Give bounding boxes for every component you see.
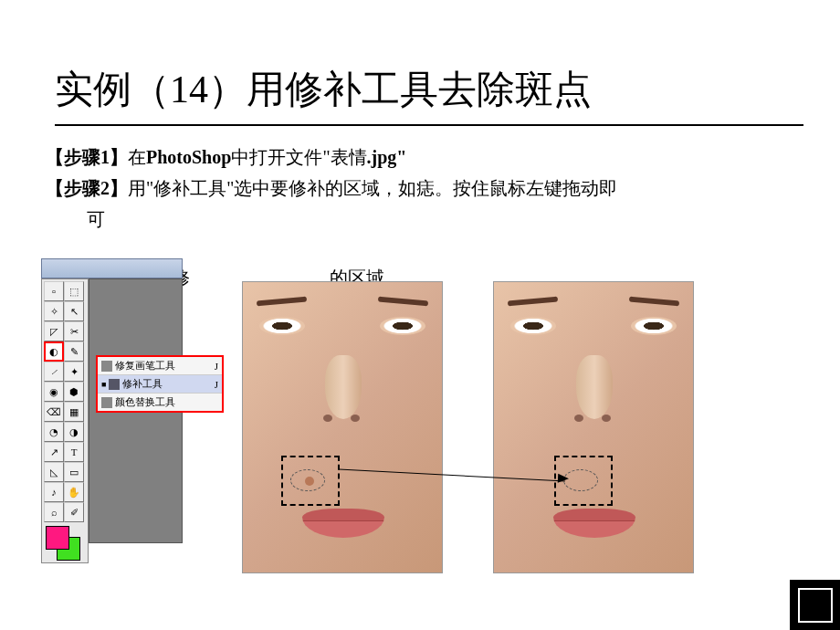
content-area: 【步骤1】在PhotoShop中打开文件"表情.jpg" 【步骤2】用"修补工具… bbox=[46, 142, 794, 234]
tool-hand[interactable]: ✋ bbox=[64, 482, 84, 502]
slide: 实例（14）用修补工具去除斑点 【步骤1】在PhotoShop中打开文件"表情.… bbox=[0, 0, 840, 630]
tool-gradient[interactable]: ⬢ bbox=[64, 382, 84, 402]
healing-brush-icon bbox=[101, 361, 112, 372]
eyebrow-right bbox=[378, 297, 428, 307]
eyebrow-right-2 bbox=[629, 297, 679, 307]
patch-tool-icon bbox=[109, 379, 120, 390]
tool-pen[interactable]: ↗ bbox=[44, 442, 64, 462]
flyout-healing-brush[interactable]: 修复画笔工具 J bbox=[98, 357, 222, 374]
tool-lasso[interactable]: ✧ bbox=[44, 301, 64, 321]
tool-dodge[interactable]: ▦ bbox=[64, 402, 84, 422]
tool-history[interactable]: ✦ bbox=[64, 362, 84, 382]
nose-2 bbox=[576, 355, 613, 419]
tool-move[interactable]: ⬚ bbox=[64, 281, 84, 301]
flyout-patch-tool[interactable]: ■ 修补工具 J bbox=[98, 374, 222, 394]
title-underline bbox=[55, 124, 803, 126]
color-replace-icon bbox=[101, 397, 112, 408]
tool-eyedrop[interactable]: ♪ bbox=[44, 482, 64, 502]
tool-other[interactable]: ✐ bbox=[64, 502, 84, 522]
tool-shape[interactable]: ◺ bbox=[44, 462, 64, 482]
step1-label: 【步骤1】 bbox=[46, 147, 128, 167]
photoshop-toolbar: ▫ ⬚ ✧ ↖ ◸ ✂ ◐ ✎ ⟋ ✦ ◉ ⬢ ⌫ ▦ ◔ ◑ ↗ bbox=[41, 258, 187, 569]
step-2: 【步骤2】用"修补工具"选中要修补的区域，如痣。按住鼠标左键拖动即 bbox=[46, 173, 794, 203]
eyebrow-left bbox=[257, 297, 307, 307]
tool-text[interactable]: ◑ bbox=[64, 422, 84, 442]
selection-rectangle-source bbox=[281, 456, 340, 506]
face-image-after bbox=[493, 281, 694, 573]
tool-brush[interactable]: ✎ bbox=[64, 341, 84, 362]
images-area: ▫ ⬚ ✧ ↖ ◸ ✂ ◐ ✎ ⟋ ✦ ◉ ⬢ ⌫ ▦ ◔ ◑ ↗ bbox=[41, 258, 794, 624]
face-image-before bbox=[242, 281, 443, 573]
nostril-r2 bbox=[602, 415, 611, 422]
tool-type[interactable]: T bbox=[64, 442, 84, 462]
eye-right bbox=[380, 317, 425, 335]
tool-notes[interactable]: ▭ bbox=[64, 462, 84, 482]
lips bbox=[302, 509, 384, 538]
tool-clone[interactable]: ⟋ bbox=[44, 362, 64, 382]
color-swatches[interactable] bbox=[44, 524, 86, 561]
nostril-l bbox=[323, 415, 332, 422]
step2-label: 【步骤2】 bbox=[46, 178, 128, 198]
lips-2 bbox=[553, 509, 635, 538]
tool-flyout-menu: 修复画笔工具 J ■ 修补工具 J 颜色替换工具 bbox=[96, 355, 224, 413]
tool-eraser[interactable]: ◉ bbox=[44, 382, 64, 402]
arrow-head-icon bbox=[558, 474, 570, 484]
flyout-color-replace[interactable]: 颜色替换工具 bbox=[98, 394, 222, 411]
eyebrow-left-2 bbox=[508, 297, 558, 307]
corner-decoration bbox=[790, 580, 840, 630]
tool-crop[interactable]: ◸ bbox=[44, 321, 64, 341]
ps-window: ▫ ⬚ ✧ ↖ ◸ ✂ ◐ ✎ ⟋ ✦ ◉ ⬢ ⌫ ▦ ◔ ◑ ↗ bbox=[41, 278, 183, 563]
ps-window-header bbox=[41, 258, 183, 278]
tool-slice[interactable]: ✂ bbox=[64, 321, 84, 341]
tool-blur[interactable]: ⌫ bbox=[44, 402, 64, 422]
slide-title: 实例（14）用修补工具去除斑点 bbox=[46, 64, 794, 115]
tool-marquee[interactable]: ▫ bbox=[44, 281, 64, 301]
step-2-continued: 可 bbox=[46, 205, 794, 234]
step-1: 【步骤1】在PhotoShop中打开文件"表情.jpg" bbox=[46, 142, 794, 172]
ps-tool-palette: ▫ ⬚ ✧ ↖ ◸ ✂ ◐ ✎ ⟋ ✦ ◉ ⬢ ⌫ ▦ ◔ ◑ ↗ bbox=[41, 278, 89, 563]
nose bbox=[325, 355, 362, 419]
tool-path[interactable]: ◔ bbox=[44, 422, 64, 442]
nostril-r bbox=[351, 415, 360, 422]
eye-right-2 bbox=[631, 317, 677, 335]
nostril-l2 bbox=[574, 415, 583, 422]
eye-left bbox=[259, 317, 305, 335]
eye-left-2 bbox=[510, 317, 556, 335]
tool-wand[interactable]: ↖ bbox=[64, 301, 84, 321]
tool-patch-highlighted[interactable]: ◐ bbox=[44, 341, 64, 362]
foreground-color[interactable] bbox=[46, 526, 69, 550]
tool-zoom[interactable]: ⌕ bbox=[44, 502, 64, 522]
